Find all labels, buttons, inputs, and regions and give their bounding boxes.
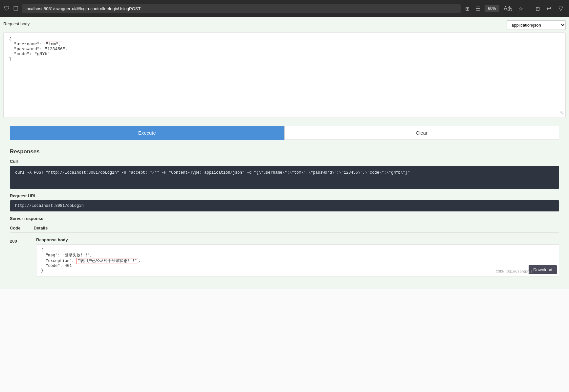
request-url-block: http://localhost:8081/doLogin: [10, 200, 559, 211]
resize-handle[interactable]: ⤡: [560, 110, 564, 116]
request-url-label: Request URL: [10, 193, 559, 198]
qr-icon[interactable]: ⊞: [464, 4, 471, 13]
address-url: localhost:8081/swagger-ui/#/login-contro…: [26, 6, 141, 11]
request-body-header: Request body application/json: [3, 20, 566, 30]
tab-icon: ☐: [13, 5, 18, 12]
responses-title: Responses: [10, 148, 559, 155]
responses-section: Responses Curl curl -X POST "http://loca…: [3, 145, 566, 282]
response-body-block: { "msg": "登录失败!!!", "exception": "该用户已经从…: [36, 244, 559, 276]
code-line-4: "code": "gNYb": [9, 52, 50, 56]
address-bar[interactable]: localhost:8081/swagger-ui/#/login-contro…: [22, 4, 461, 13]
execute-button[interactable]: Execute: [10, 126, 284, 140]
request-body-container: { "username": "tom", "password": "123456…: [3, 33, 566, 118]
code-line-1: {: [9, 37, 11, 42]
shield-icon: 🛡: [4, 5, 10, 12]
code-column-header: Code: [10, 226, 21, 230]
translate-icon[interactable]: Aあ: [502, 4, 514, 13]
crop-icon[interactable]: ⊡: [534, 4, 541, 13]
response-table-header: Code Details: [10, 224, 559, 233]
zoom-level[interactable]: 60%: [485, 5, 499, 12]
request-body-label: Request body: [3, 21, 30, 26]
response-line-1: {: [41, 248, 43, 252]
response-body-label: Response body: [36, 237, 559, 242]
download-button[interactable]: Download: [529, 265, 557, 274]
star-icon[interactable]: ☆: [517, 4, 524, 13]
response-row-200: 200 Response body { "msg": "登录失败!!!", "e…: [10, 235, 559, 279]
page-wrapper: Request body application/json { "usernam…: [0, 17, 569, 289]
response-details: Response body { "msg": "登录失败!!!", "excep…: [36, 237, 559, 276]
response-line-3: "exception": "该用户已经从处于登录状态!!!",: [41, 258, 141, 264]
curl-label: Curl: [10, 159, 559, 164]
response-line-2: "msg": "登录失败!!!",: [41, 253, 92, 258]
server-response-title: Server response: [10, 216, 559, 221]
code-line-3: "password": "123456",: [9, 47, 68, 52]
exception-value-highlight: "该用户已经从处于登录状态!!!": [77, 258, 138, 264]
details-column-header: Details: [34, 226, 48, 230]
menu-icon[interactable]: ▽: [557, 4, 565, 13]
code-line-5: }: [9, 56, 11, 61]
csdn-watermark: CSDN @qingsongxyz: [496, 270, 533, 273]
bookmark-icon[interactable]: ☰: [474, 4, 481, 13]
clear-button[interactable]: Clear: [284, 126, 559, 140]
response-code-value: 200: [10, 237, 36, 276]
back-icon[interactable]: ↩: [544, 4, 553, 13]
response-line-4: "code": 401: [41, 264, 72, 268]
curl-command: curl -X POST "http://localhost:8081/doLo…: [15, 170, 410, 175]
response-line-5: }: [41, 268, 43, 273]
curl-block: curl -X POST "http://localhost:8081/doLo…: [10, 166, 559, 189]
request-body-code[interactable]: { "username": "tom", "password": "123456…: [3, 33, 566, 118]
request-url-value: http://localhost:8081/doLogin: [15, 204, 84, 208]
browser-chrome: 🛡 ☐ localhost:8081/swagger-ui/#/login-co…: [0, 0, 569, 17]
action-buttons: Execute Clear: [3, 120, 566, 145]
content-type-select[interactable]: application/json: [507, 20, 566, 30]
